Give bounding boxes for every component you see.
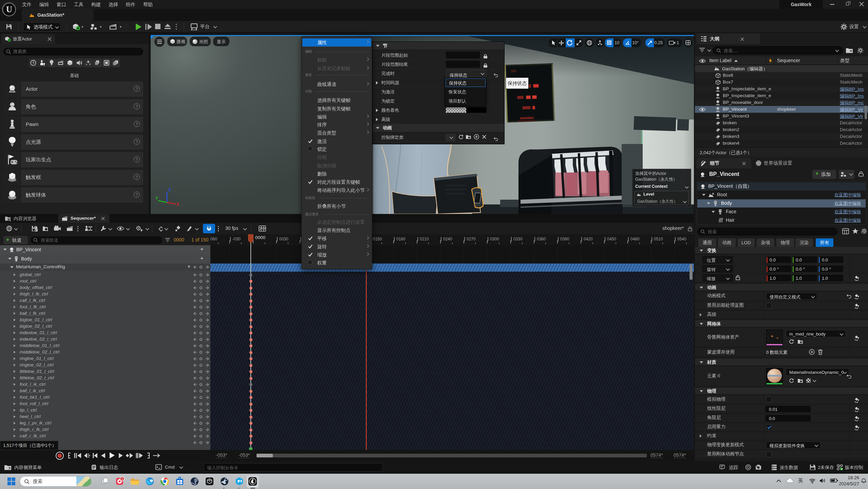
svg-text:Y: Y bbox=[155, 196, 158, 201]
svg-text:1: 1 bbox=[121, 477, 123, 481]
svg-text:X: X bbox=[176, 202, 179, 207]
svg-text:Z: Z bbox=[168, 187, 171, 192]
svg-text:U: U bbox=[6, 5, 12, 14]
